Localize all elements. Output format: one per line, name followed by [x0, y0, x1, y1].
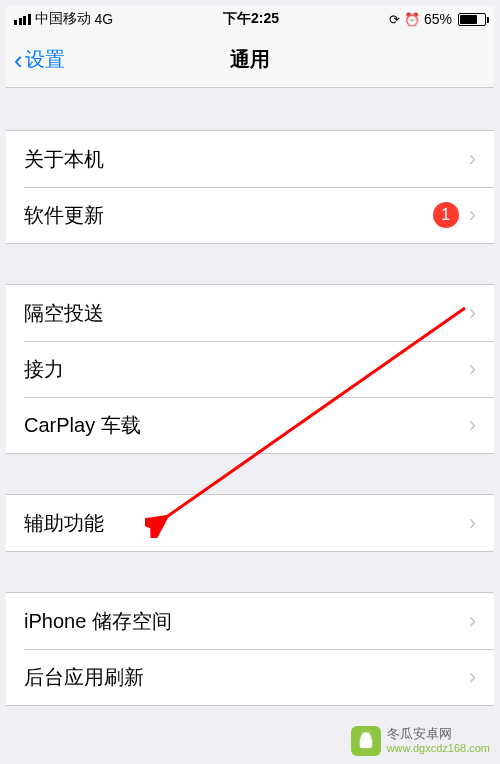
row-handoff[interactable]: 接力 › [6, 341, 494, 397]
row-about[interactable]: 关于本机 › [6, 131, 494, 187]
network-label: 4G [95, 11, 114, 27]
content-scroll[interactable]: 关于本机 › 软件更新 1 › 隔空投送 › 接力 › [6, 88, 494, 758]
chevron-right-icon: › [469, 414, 476, 436]
chevron-right-icon: › [469, 666, 476, 688]
watermark-title: 冬瓜安卓网 [387, 727, 490, 742]
battery-icon [456, 13, 486, 26]
group-storage: iPhone 储存空间 › 后台应用刷新 › [6, 592, 494, 706]
chevron-right-icon: › [469, 358, 476, 380]
row-label: 辅助功能 [24, 510, 104, 537]
row-label: CarPlay 车载 [24, 412, 141, 439]
nav-bar: ‹ 设置 通用 [6, 32, 494, 88]
row-airdrop[interactable]: 隔空投送 › [6, 285, 494, 341]
row-carplay[interactable]: CarPlay 车载 › [6, 397, 494, 453]
orientation-lock-icon: ⟳ [389, 12, 400, 27]
row-label: 后台应用刷新 [24, 664, 144, 691]
chevron-right-icon: › [469, 204, 476, 226]
status-time: 下午2:25 [223, 10, 279, 28]
chevron-right-icon: › [469, 302, 476, 324]
update-badge: 1 [433, 202, 459, 228]
row-iphone-storage[interactable]: iPhone 储存空间 › [6, 593, 494, 649]
chevron-left-icon: ‹ [14, 47, 23, 73]
signal-icon [14, 14, 31, 25]
row-software-update[interactable]: 软件更新 1 › [6, 187, 494, 243]
battery-percent: 65% [424, 11, 452, 27]
row-label: 接力 [24, 356, 64, 383]
group-accessibility: 辅助功能 › [6, 494, 494, 552]
watermark-logo-icon [351, 726, 381, 756]
row-label: 软件更新 [24, 202, 104, 229]
watermark: 冬瓜安卓网 www.dgxcdz168.com [351, 726, 490, 756]
chevron-right-icon: › [469, 512, 476, 534]
page-title: 通用 [230, 46, 270, 73]
group-connectivity: 隔空投送 › 接力 › CarPlay 车载 › [6, 284, 494, 454]
back-label: 设置 [25, 46, 65, 73]
chevron-right-icon: › [469, 610, 476, 632]
group-about: 关于本机 › 软件更新 1 › [6, 130, 494, 244]
back-button[interactable]: ‹ 设置 [14, 32, 65, 87]
carrier-label: 中国移动 [35, 10, 91, 28]
alarm-icon: ⏰ [404, 12, 420, 27]
row-label: iPhone 储存空间 [24, 608, 172, 635]
row-label: 隔空投送 [24, 300, 104, 327]
watermark-url: www.dgxcdz168.com [387, 742, 490, 755]
status-right: ⟳ ⏰ 65% [389, 11, 486, 27]
row-label: 关于本机 [24, 146, 104, 173]
chevron-right-icon: › [469, 148, 476, 170]
row-accessibility[interactable]: 辅助功能 › [6, 495, 494, 551]
status-left: 中国移动 4G [14, 10, 113, 28]
status-bar: 中国移动 4G 下午2:25 ⟳ ⏰ 65% [6, 6, 494, 32]
row-background-refresh[interactable]: 后台应用刷新 › [6, 649, 494, 705]
